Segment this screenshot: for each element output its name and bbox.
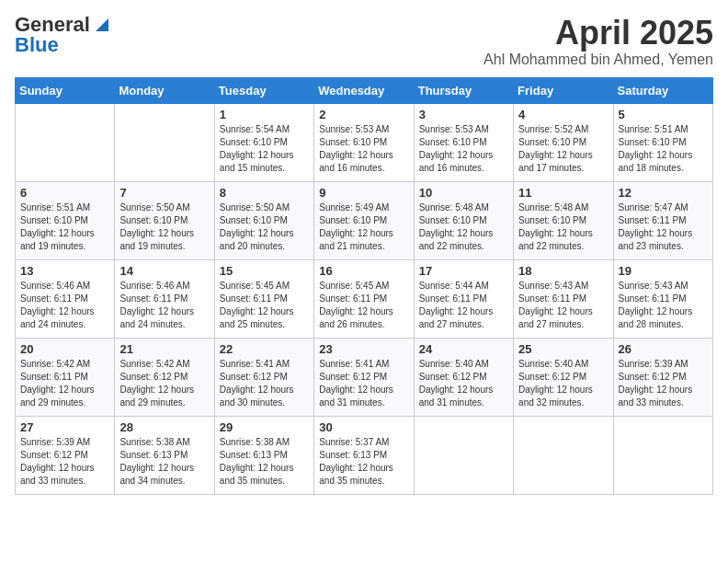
calendar-day-cell: 1Sunrise: 5:54 AMSunset: 6:10 PMDaylight…	[214, 103, 313, 181]
day-number: 17	[419, 264, 508, 278]
day-info: Sunrise: 5:51 AMSunset: 6:10 PMDaylight:…	[20, 201, 109, 253]
calendar-day-cell: 22Sunrise: 5:41 AMSunset: 6:12 PMDayligh…	[214, 338, 313, 416]
day-number: 15	[220, 264, 309, 278]
day-number: 4	[518, 108, 608, 121]
day-number: 3	[419, 108, 508, 121]
day-info: Sunrise: 5:52 AMSunset: 6:10 PMDaylight:…	[518, 123, 608, 175]
calendar-day-cell: 4Sunrise: 5:52 AMSunset: 6:10 PMDaylight…	[514, 103, 613, 181]
day-number: 21	[119, 342, 209, 356]
day-info: Sunrise: 5:45 AMSunset: 6:11 PMDaylight:…	[319, 280, 408, 331]
calendar-day-cell: 25Sunrise: 5:40 AMSunset: 6:12 PMDayligh…	[514, 338, 613, 416]
svg-marker-0	[96, 18, 108, 31]
calendar-week-row: 13Sunrise: 5:46 AMSunset: 6:11 PMDayligh…	[16, 259, 713, 338]
day-number: 10	[419, 186, 508, 200]
calendar-day-cell: 16Sunrise: 5:45 AMSunset: 6:11 PMDayligh…	[314, 259, 414, 338]
day-number: 8	[220, 186, 309, 200]
calendar-day-cell: 21Sunrise: 5:42 AMSunset: 6:12 PMDayligh…	[115, 338, 214, 416]
day-info: Sunrise: 5:53 AMSunset: 6:10 PMDaylight:…	[319, 123, 408, 175]
day-info: Sunrise: 5:43 AMSunset: 6:11 PMDaylight:…	[619, 280, 708, 331]
logo: General Blue	[15, 15, 112, 55]
day-info: Sunrise: 5:39 AMSunset: 6:12 PMDaylight:…	[20, 436, 109, 488]
day-number: 23	[319, 342, 408, 356]
month-title: April 2025	[483, 15, 713, 52]
calendar-day-cell: 2Sunrise: 5:53 AMSunset: 6:10 PMDaylight…	[314, 103, 414, 181]
calendar-day-cell	[16, 103, 115, 181]
day-info: Sunrise: 5:41 AMSunset: 6:12 PMDaylight:…	[220, 358, 309, 409]
day-number: 18	[518, 264, 608, 278]
weekday-header-monday: Monday	[115, 77, 214, 103]
logo-blue: Blue	[15, 35, 59, 55]
day-number: 19	[619, 264, 708, 278]
weekday-header-tuesday: Tuesday	[214, 77, 313, 103]
day-info: Sunrise: 5:53 AMSunset: 6:10 PMDaylight:…	[419, 123, 508, 175]
day-info: Sunrise: 5:42 AMSunset: 6:12 PMDaylight:…	[119, 358, 209, 409]
calendar-day-cell: 5Sunrise: 5:51 AMSunset: 6:10 PMDaylight…	[613, 103, 712, 181]
calendar-day-cell	[115, 103, 214, 181]
day-number: 12	[619, 186, 708, 200]
calendar-day-cell: 11Sunrise: 5:48 AMSunset: 6:10 PMDayligh…	[514, 181, 613, 259]
weekday-header-thursday: Thursday	[414, 77, 513, 103]
calendar-day-cell: 30Sunrise: 5:37 AMSunset: 6:13 PMDayligh…	[314, 416, 414, 494]
calendar-day-cell: 29Sunrise: 5:38 AMSunset: 6:13 PMDayligh…	[214, 416, 313, 494]
day-number: 6	[20, 186, 109, 200]
calendar-day-cell	[414, 416, 513, 494]
calendar-day-cell: 19Sunrise: 5:43 AMSunset: 6:11 PMDayligh…	[613, 259, 712, 338]
day-info: Sunrise: 5:49 AMSunset: 6:10 PMDaylight:…	[319, 201, 408, 253]
day-info: Sunrise: 5:51 AMSunset: 6:10 PMDaylight:…	[619, 123, 708, 175]
calendar-day-cell: 28Sunrise: 5:38 AMSunset: 6:13 PMDayligh…	[115, 416, 214, 494]
calendar-day-cell: 9Sunrise: 5:49 AMSunset: 6:10 PMDaylight…	[314, 181, 414, 259]
logo-icon	[92, 15, 112, 35]
day-info: Sunrise: 5:43 AMSunset: 6:11 PMDaylight:…	[518, 280, 608, 331]
day-number: 28	[119, 420, 209, 434]
day-info: Sunrise: 5:50 AMSunset: 6:10 PMDaylight:…	[119, 201, 209, 253]
day-number: 1	[220, 108, 309, 121]
day-info: Sunrise: 5:54 AMSunset: 6:10 PMDaylight:…	[220, 123, 309, 175]
weekday-header-row: SundayMondayTuesdayWednesdayThursdayFrid…	[16, 77, 713, 103]
calendar-day-cell: 7Sunrise: 5:50 AMSunset: 6:10 PMDaylight…	[115, 181, 214, 259]
calendar-day-cell: 18Sunrise: 5:43 AMSunset: 6:11 PMDayligh…	[514, 259, 613, 338]
calendar-day-cell: 24Sunrise: 5:40 AMSunset: 6:12 PMDayligh…	[414, 338, 513, 416]
calendar-day-cell: 14Sunrise: 5:46 AMSunset: 6:11 PMDayligh…	[115, 259, 214, 338]
day-info: Sunrise: 5:41 AMSunset: 6:12 PMDaylight:…	[319, 358, 408, 409]
weekday-header-sunday: Sunday	[16, 77, 115, 103]
calendar-day-cell: 15Sunrise: 5:45 AMSunset: 6:11 PMDayligh…	[214, 259, 313, 338]
day-number: 27	[20, 420, 109, 434]
day-number: 14	[119, 264, 209, 278]
day-info: Sunrise: 5:38 AMSunset: 6:13 PMDaylight:…	[119, 436, 209, 488]
day-info: Sunrise: 5:39 AMSunset: 6:12 PMDaylight:…	[619, 358, 708, 409]
day-info: Sunrise: 5:50 AMSunset: 6:10 PMDaylight:…	[220, 201, 309, 253]
calendar-week-row: 20Sunrise: 5:42 AMSunset: 6:11 PMDayligh…	[16, 338, 713, 416]
title-area: April 2025 Ahl Mohammed bin Ahmed, Yemen	[483, 15, 713, 68]
calendar-table: SundayMondayTuesdayWednesdayThursdayFrid…	[15, 77, 713, 495]
day-number: 24	[419, 342, 508, 356]
day-number: 7	[119, 186, 209, 200]
logo-general: General	[15, 15, 90, 35]
day-number: 13	[20, 264, 109, 278]
calendar-day-cell: 10Sunrise: 5:48 AMSunset: 6:10 PMDayligh…	[414, 181, 513, 259]
day-info: Sunrise: 5:46 AMSunset: 6:11 PMDaylight:…	[20, 280, 109, 331]
day-number: 16	[319, 264, 408, 278]
day-number: 11	[518, 186, 608, 200]
day-number: 29	[220, 420, 309, 434]
calendar-day-cell: 6Sunrise: 5:51 AMSunset: 6:10 PMDaylight…	[16, 181, 115, 259]
day-info: Sunrise: 5:45 AMSunset: 6:11 PMDaylight:…	[220, 280, 309, 331]
calendar-week-row: 6Sunrise: 5:51 AMSunset: 6:10 PMDaylight…	[16, 181, 713, 259]
day-info: Sunrise: 5:44 AMSunset: 6:11 PMDaylight:…	[419, 280, 508, 331]
calendar-day-cell: 26Sunrise: 5:39 AMSunset: 6:12 PMDayligh…	[613, 338, 712, 416]
weekday-header-saturday: Saturday	[613, 77, 712, 103]
calendar-day-cell: 17Sunrise: 5:44 AMSunset: 6:11 PMDayligh…	[414, 259, 513, 338]
day-info: Sunrise: 5:37 AMSunset: 6:13 PMDaylight:…	[319, 436, 408, 488]
day-info: Sunrise: 5:40 AMSunset: 6:12 PMDaylight:…	[518, 358, 608, 409]
calendar-day-cell: 12Sunrise: 5:47 AMSunset: 6:11 PMDayligh…	[613, 181, 712, 259]
calendar-week-row: 1Sunrise: 5:54 AMSunset: 6:10 PMDaylight…	[16, 103, 713, 181]
calendar-day-cell: 23Sunrise: 5:41 AMSunset: 6:12 PMDayligh…	[314, 338, 414, 416]
day-number: 30	[319, 420, 408, 434]
day-number: 22	[220, 342, 309, 356]
day-info: Sunrise: 5:47 AMSunset: 6:11 PMDaylight:…	[619, 201, 708, 253]
calendar-day-cell	[514, 416, 613, 494]
calendar-day-cell: 20Sunrise: 5:42 AMSunset: 6:11 PMDayligh…	[16, 338, 115, 416]
day-number: 5	[619, 108, 708, 121]
day-number: 26	[619, 342, 708, 356]
day-number: 2	[319, 108, 408, 121]
weekday-header-friday: Friday	[514, 77, 613, 103]
